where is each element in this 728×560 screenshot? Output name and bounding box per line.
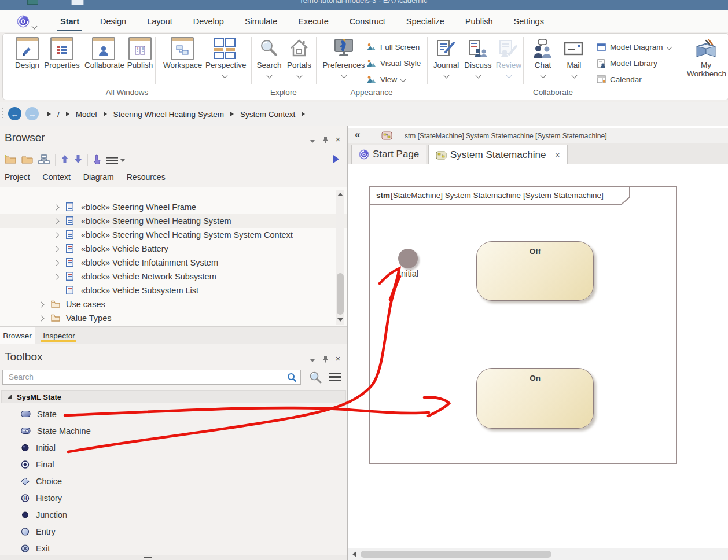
scrollbar-thumb[interactable] xyxy=(144,557,152,558)
model-diagram-button[interactable]: Model Diagram xyxy=(597,39,671,54)
search-button[interactable]: Search xyxy=(252,37,286,80)
properties-button[interactable]: Properties xyxy=(43,37,81,69)
tree-item[interactable]: «block» Steering Wheel Frame xyxy=(0,200,347,214)
breadcrumb-diagram[interactable]: System Context xyxy=(240,110,295,119)
statemachine-frame[interactable]: stm[StateMachine] System Statemachine [S… xyxy=(369,186,677,464)
state-on[interactable]: On xyxy=(476,368,594,429)
toolbox-item-state-machine[interactable]: State Machine xyxy=(0,422,347,439)
collapse-left-icon[interactable]: « xyxy=(355,129,360,141)
chevron-right-icon[interactable] xyxy=(54,274,60,279)
new-package-icon[interactable] xyxy=(5,154,16,166)
toolbox-item-final[interactable]: Final xyxy=(0,456,347,473)
chevron-right-icon[interactable] xyxy=(54,218,60,224)
toolbox-item-exit[interactable]: Exit xyxy=(0,540,347,557)
breadcrumb-root[interactable]: / xyxy=(57,110,60,119)
scroll-down-icon[interactable] xyxy=(337,318,343,322)
close-icon[interactable]: × xyxy=(333,354,343,363)
chevron-right-icon[interactable] xyxy=(39,315,45,321)
diagram-canvas[interactable]: stm[StateMachine] System Statemachine [S… xyxy=(348,164,728,548)
ribbon-tab-develop[interactable]: Develop xyxy=(183,10,234,32)
move-down-icon[interactable] xyxy=(74,154,82,166)
portals-button[interactable]: Portals xyxy=(282,37,316,80)
toolbox-item-choice[interactable]: Choice xyxy=(0,473,347,489)
tab-resources[interactable]: Resources xyxy=(127,172,166,182)
search-input[interactable] xyxy=(8,372,276,382)
toolbox-item-state[interactable]: State xyxy=(0,406,347,422)
tree-item[interactable]: «block» Vehicle Battery xyxy=(0,242,347,256)
search-filter-icon[interactable] xyxy=(309,371,322,386)
toolbox-item-history[interactable]: H History xyxy=(0,489,347,506)
close-tab-icon[interactable]: × xyxy=(555,150,560,160)
journal-button[interactable]: Journal xyxy=(429,37,463,80)
ea-logo-icon[interactable] xyxy=(16,14,30,31)
perspective-button[interactable]: Perspective xyxy=(205,37,244,80)
close-icon[interactable]: × xyxy=(333,135,343,144)
breadcrumb-package[interactable]: Steering Wheel Heating System xyxy=(113,110,224,119)
back-button[interactable]: ← xyxy=(8,107,21,120)
scrollbar-thumb[interactable] xyxy=(337,273,344,315)
my-workbench-button[interactable]: MyWorkbench xyxy=(687,37,725,78)
ribbon-tab-design[interactable]: Design xyxy=(90,10,137,32)
folder-icon[interactable] xyxy=(21,154,33,166)
ribbon-tab-settings[interactable]: Settings xyxy=(503,10,554,32)
ribbon-tab-specialize[interactable]: Specialize xyxy=(396,10,455,32)
scroll-left-icon[interactable] xyxy=(352,551,356,557)
calendar-button[interactable]: Calendar xyxy=(597,72,642,87)
tab-diagram[interactable]: Diagram xyxy=(83,172,114,182)
chevron-right-icon[interactable] xyxy=(39,301,45,307)
tree-item[interactable]: «block» Vehicle Subsystem List xyxy=(0,283,347,297)
publish-button[interactable]: Publish xyxy=(121,37,159,69)
design-button[interactable]: Design xyxy=(8,37,46,69)
mail-button[interactable]: Mail xyxy=(557,37,591,80)
preferences-button[interactable]: Preferences xyxy=(322,37,365,80)
tree-item[interactable]: «block» Vehicle Infotainment System xyxy=(0,256,347,270)
tab-project[interactable]: Project xyxy=(5,172,30,182)
state-off[interactable]: Off xyxy=(476,241,594,301)
forward-button[interactable]: → xyxy=(25,107,39,120)
ribbon-tab-publish[interactable]: Publish xyxy=(455,10,503,32)
tab-browser[interactable]: Browser xyxy=(0,327,35,344)
tab-start-page[interactable]: Start Page xyxy=(351,145,426,164)
tab-context[interactable]: Context xyxy=(43,172,71,182)
ribbon-tab-layout[interactable]: Layout xyxy=(137,10,183,32)
canvas-hscrollbar[interactable] xyxy=(348,548,728,560)
diagram-hierarchy-icon[interactable] xyxy=(38,154,50,167)
tab-system-statemachine[interactable]: System Statemachine × xyxy=(428,145,568,164)
search-icon[interactable] xyxy=(287,373,297,385)
chevron-right-icon[interactable] xyxy=(54,232,60,238)
discuss-button[interactable]: Discuss xyxy=(461,37,495,80)
collaborate-button[interactable]: Collaborate xyxy=(84,37,123,69)
breadcrumb-model[interactable]: Model xyxy=(76,110,97,119)
tree-item[interactable]: «block» Steering Wheel Heating System Sy… xyxy=(0,228,347,242)
search-box[interactable] xyxy=(2,370,301,385)
hand-pointer-icon[interactable] xyxy=(93,154,101,167)
ribbon-tab-simulate[interactable]: Simulate xyxy=(234,10,288,32)
chat-button[interactable]: Chat xyxy=(526,37,560,80)
move-up-icon[interactable] xyxy=(61,154,69,166)
tree-item[interactable]: «block» Vehicle Network Subsystem xyxy=(0,270,347,283)
ribbon-tab-start[interactable]: Start xyxy=(50,10,90,32)
toolbox-section-header[interactable]: SysML State xyxy=(1,390,346,403)
ribbon-tab-construct[interactable]: Construct xyxy=(339,10,396,32)
model-library-button[interactable]: Model Library xyxy=(597,56,657,71)
toolbox-item-initial[interactable]: Initial xyxy=(0,439,347,456)
play-icon[interactable] xyxy=(333,155,339,163)
visual-style-button[interactable]: Visual Style xyxy=(366,56,421,71)
panel-menu-icon[interactable] xyxy=(308,356,317,365)
chevron-down-icon[interactable] xyxy=(32,24,38,30)
view-button[interactable]: View xyxy=(366,72,405,87)
drag-handle[interactable] xyxy=(2,108,3,120)
ribbon-tab-execute[interactable]: Execute xyxy=(288,10,339,32)
full-screen-button[interactable]: Full Screen xyxy=(366,39,420,54)
workspace-button[interactable]: Workspace xyxy=(163,37,201,69)
pin-icon[interactable] xyxy=(321,135,330,144)
toolbox-item-junction[interactable]: Junction xyxy=(0,506,347,523)
hamburger-menu-icon[interactable] xyxy=(106,157,125,164)
chevron-right-icon[interactable] xyxy=(54,204,60,210)
toolbox-menu-icon[interactable] xyxy=(329,373,341,383)
tree-scrollbar[interactable] xyxy=(336,190,344,325)
tree-item[interactable]: «block» Steering Wheel Heating System xyxy=(0,214,347,228)
pin-icon[interactable] xyxy=(321,354,330,363)
scroll-up-icon[interactable] xyxy=(337,193,343,196)
tree-item-folder[interactable]: Value Types xyxy=(0,311,347,325)
